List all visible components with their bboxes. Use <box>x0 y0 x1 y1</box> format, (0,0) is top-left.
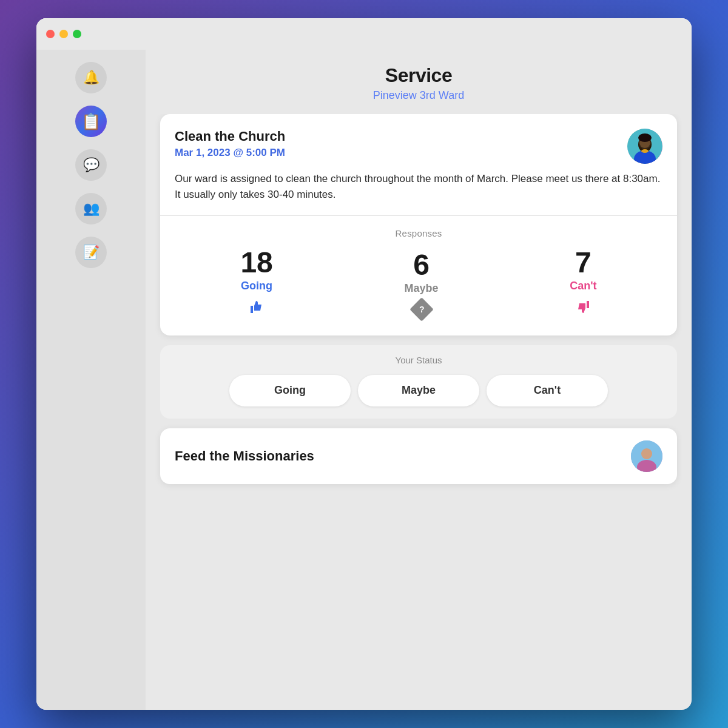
next-event-avatar <box>631 440 662 472</box>
sidebar-item-chat[interactable]: 💬 <box>75 149 107 181</box>
titlebar <box>36 18 692 50</box>
list-icon: 📝 <box>83 244 99 260</box>
going-button[interactable]: Going <box>229 375 351 406</box>
event-info: Clean the Church Mar 1, 2023 @ 5:00 PM <box>175 129 618 159</box>
going-count: 18 <box>240 248 272 277</box>
svg-point-10 <box>641 448 652 459</box>
page-header: Service Pineview 3rd Ward <box>146 50 692 114</box>
maybe-button[interactable]: Maybe <box>358 375 479 406</box>
next-event-card[interactable]: Feed the Missionaries <box>160 428 677 484</box>
content-area: Clean the Church Mar 1, 2023 @ 5:00 PM <box>146 114 692 710</box>
people-icon: 👥 <box>83 201 99 217</box>
svg-point-7 <box>641 149 649 153</box>
sidebar: 🔔 📋 💬 👥 📝 <box>36 18 146 710</box>
status-buttons: Going Maybe Can't <box>172 375 665 406</box>
app-window: 🔔 📋 💬 👥 📝 Service Pineview 3rd Ward <box>36 18 692 710</box>
maybe-count: 6 <box>413 251 430 280</box>
sidebar-item-service[interactable]: 📋 <box>75 106 107 137</box>
responses-section: Responses 18 Going <box>175 228 662 321</box>
traffic-lights <box>46 30 81 38</box>
going-label: Going <box>241 280 272 292</box>
response-maybe[interactable]: 6 Maybe ? <box>405 251 439 318</box>
section-divider <box>160 215 677 216</box>
chat-icon: 💬 <box>83 157 99 173</box>
page-title: Service <box>146 64 692 87</box>
status-section: Your Status Going Maybe Can't <box>160 345 677 419</box>
cant-button[interactable]: Can't <box>487 375 608 406</box>
sidebar-item-people[interactable]: 👥 <box>75 193 107 224</box>
cant-label: Can't <box>570 280 596 292</box>
event-avatar <box>627 129 662 164</box>
responses-grid: 18 Going 6 Maybe <box>175 248 662 321</box>
cant-count: 7 <box>575 248 592 277</box>
response-going[interactable]: 18 Going <box>240 248 272 321</box>
sidebar-item-list[interactable]: 📝 <box>75 237 107 268</box>
avatar-image <box>627 129 662 164</box>
responses-label: Responses <box>175 228 662 238</box>
event-date: Mar 1, 2023 @ 5:00 PM <box>175 147 618 159</box>
heart-clipboard-icon: 📋 <box>81 112 101 131</box>
event-header: Clean the Church Mar 1, 2023 @ 5:00 PM <box>175 129 662 164</box>
sidebar-item-notifications[interactable]: 🔔 <box>75 62 107 93</box>
thumbs-up-icon <box>247 297 266 321</box>
thumbs-down-icon <box>573 297 593 321</box>
response-cant[interactable]: 7 Can't <box>570 248 596 321</box>
main-content: Service Pineview 3rd Ward Clean the Chur… <box>146 18 692 710</box>
next-event-title: Feed the Missionaries <box>175 448 314 464</box>
svg-point-6 <box>638 133 652 142</box>
minimize-button[interactable] <box>59 30 68 38</box>
bell-icon: 🔔 <box>83 70 99 86</box>
maximize-button[interactable] <box>73 30 81 38</box>
close-button[interactable] <box>46 30 55 38</box>
event-title: Clean the Church <box>175 129 618 144</box>
question-diamond-icon: ? <box>413 301 430 318</box>
status-label: Your Status <box>172 355 665 365</box>
page-subtitle: Pineview 3rd Ward <box>146 89 692 102</box>
event-description: Our ward is assigned to clean the church… <box>175 171 662 203</box>
event-card: Clean the Church Mar 1, 2023 @ 5:00 PM <box>160 114 677 335</box>
maybe-label: Maybe <box>405 282 439 295</box>
